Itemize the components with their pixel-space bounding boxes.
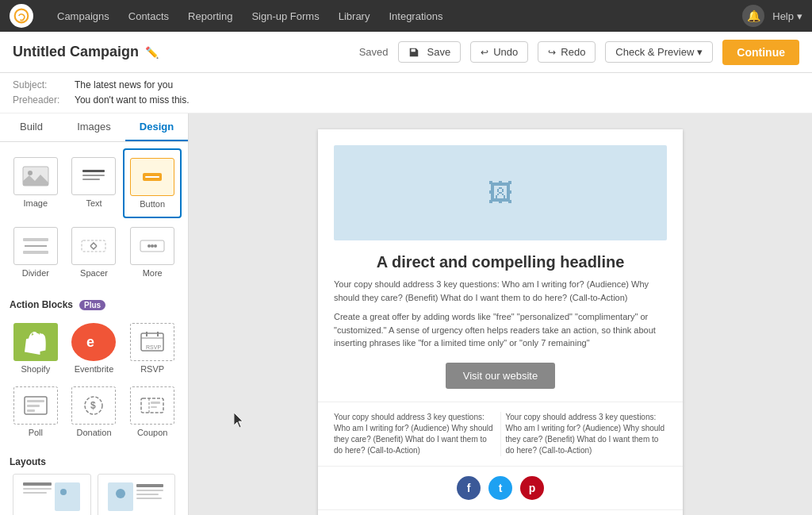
nav-reporting[interactable]: Reporting xyxy=(180,7,240,25)
preheader-label: Preheader: xyxy=(13,93,68,108)
block-spacer-icon xyxy=(71,227,116,265)
redo-button[interactable]: ↪ Redo xyxy=(538,41,596,63)
block-button[interactable]: Button xyxy=(123,148,182,218)
block-text-icon xyxy=(71,157,116,195)
svg-text:e: e xyxy=(86,334,94,350)
email-image-placeholder: 🖼 xyxy=(334,145,667,240)
donation-icon: $ xyxy=(71,386,116,425)
email-two-col: Your copy should address 3 key questions… xyxy=(318,402,683,466)
svg-rect-35 xyxy=(55,482,80,511)
block-divider-label: Divider xyxy=(22,268,49,278)
subject-label: Subject: xyxy=(13,78,68,93)
block-spacer[interactable]: Spacer xyxy=(65,218,124,286)
social-pinterest[interactable]: p xyxy=(520,476,544,500)
svg-rect-40 xyxy=(136,490,163,491)
save-button[interactable]: Save xyxy=(398,41,462,63)
help-button[interactable]: Help ▾ xyxy=(772,10,802,22)
svg-rect-10 xyxy=(23,251,48,254)
nav-integrations[interactable]: Integrations xyxy=(381,7,450,25)
plus-badge: Plus xyxy=(79,300,105,310)
action-rsvp[interactable]: RSVP RSVP xyxy=(123,317,182,380)
email-body-text-2: Create a great offer by adding words lik… xyxy=(318,310,683,356)
tab-design[interactable]: Design xyxy=(125,113,188,141)
action-rsvp-label: RSVP xyxy=(140,364,164,374)
block-text-label: Text xyxy=(86,198,102,208)
action-poll[interactable]: Poll xyxy=(6,380,65,444)
campaign-title[interactable]: Untitled Campaign ✏️ xyxy=(13,44,159,60)
email-body-text-1: Your copy should address 3 key questions… xyxy=(318,278,683,310)
action-donation-label: Donation xyxy=(76,428,111,437)
campaign-name: Untitled Campaign xyxy=(13,44,139,60)
svg-point-13 xyxy=(147,244,151,248)
action-donation[interactable]: $ Donation xyxy=(65,380,124,444)
block-more-icon xyxy=(130,227,174,265)
mouse-cursor xyxy=(234,413,247,429)
action-blocks-header: Action Blocks Plus xyxy=(0,293,188,313)
svg-rect-42 xyxy=(136,498,162,499)
saved-status: Saved xyxy=(359,46,389,58)
tab-images[interactable]: Images xyxy=(63,113,125,141)
svg-rect-24 xyxy=(27,405,40,407)
action-coupon[interactable]: Coupon xyxy=(123,380,182,444)
chevron-down-icon: ▾ xyxy=(697,46,703,58)
undo-button[interactable]: ↩ Undo xyxy=(470,41,528,63)
email-canvas: 🖼 A direct and compelling headline Your … xyxy=(318,129,683,515)
layouts-header: Layouts xyxy=(10,456,178,467)
email-headline: A direct and compelling headline xyxy=(318,240,683,278)
action-coupon-label: Coupon xyxy=(137,428,168,437)
email-cta-button[interactable]: Visit our website xyxy=(446,363,555,389)
block-button-label: Button xyxy=(140,199,165,209)
svg-point-38 xyxy=(116,489,125,498)
edit-icon[interactable]: ✏️ xyxy=(145,46,159,59)
block-image[interactable]: Image xyxy=(6,148,65,218)
svg-rect-30 xyxy=(151,402,160,404)
nav-signupforms[interactable]: Sign-up Forms xyxy=(243,7,327,25)
svg-rect-3 xyxy=(82,170,105,172)
action-shopify[interactable]: Shopify xyxy=(6,317,65,380)
shopify-icon xyxy=(13,323,58,361)
nav-campaigns[interactable]: Campaigns xyxy=(49,7,117,25)
action-blocks-label: Action Blocks xyxy=(10,299,73,310)
svg-rect-5 xyxy=(82,179,100,180)
nav-contacts[interactable]: Contacts xyxy=(121,7,177,25)
svg-rect-23 xyxy=(27,400,44,402)
action-poll-label: Poll xyxy=(29,428,43,437)
block-more-label: More xyxy=(143,268,163,278)
svg-rect-32 xyxy=(23,482,52,486)
notification-bell[interactable]: 🔔 xyxy=(742,5,764,27)
preheader-value: You don't want to miss this. xyxy=(75,93,190,108)
block-text[interactable]: Text xyxy=(65,148,124,218)
svg-point-2 xyxy=(28,171,33,175)
continue-button[interactable]: Continue xyxy=(722,40,799,65)
block-more[interactable]: More xyxy=(123,218,182,286)
nav-items: Campaigns Contacts Reporting Sign-up For… xyxy=(49,7,726,25)
social-facebook[interactable]: f xyxy=(457,476,481,500)
layouts-section: Layouts xyxy=(0,450,188,515)
blocks-grid: Image Text xyxy=(0,142,188,293)
undo-icon: ↩ xyxy=(481,47,488,58)
block-divider[interactable]: Divider xyxy=(6,218,65,286)
image-placeholder-icon: 🖼 xyxy=(488,179,513,208)
top-nav: Campaigns Contacts Reporting Sign-up For… xyxy=(0,0,812,32)
chevron-down-icon: ▾ xyxy=(797,10,802,22)
nav-right: 🔔 Help ▾ xyxy=(742,5,802,27)
svg-text:RSVP: RSVP xyxy=(146,344,161,350)
tab-build[interactable]: Build xyxy=(0,113,63,141)
coupon-icon xyxy=(130,386,174,425)
layout-text-image[interactable] xyxy=(13,474,91,515)
block-spacer-label: Spacer xyxy=(80,268,108,278)
panel-tabs: Build Images Design xyxy=(0,113,188,142)
eventbrite-icon: e xyxy=(71,323,116,361)
layout-image-text[interactable] xyxy=(98,474,176,515)
svg-point-15 xyxy=(154,244,157,248)
check-preview-button[interactable]: Check & Preview ▾ xyxy=(605,41,713,63)
svg-rect-39 xyxy=(136,484,163,487)
nav-library[interactable]: Library xyxy=(331,7,378,25)
social-twitter[interactable]: t xyxy=(488,476,512,500)
block-button-icon xyxy=(130,158,174,196)
logo xyxy=(10,4,33,28)
svg-rect-25 xyxy=(27,409,35,412)
svg-rect-34 xyxy=(23,492,47,494)
subject-value: The latest news for you xyxy=(75,78,173,93)
action-eventbrite[interactable]: e Eventbrite xyxy=(65,317,124,380)
